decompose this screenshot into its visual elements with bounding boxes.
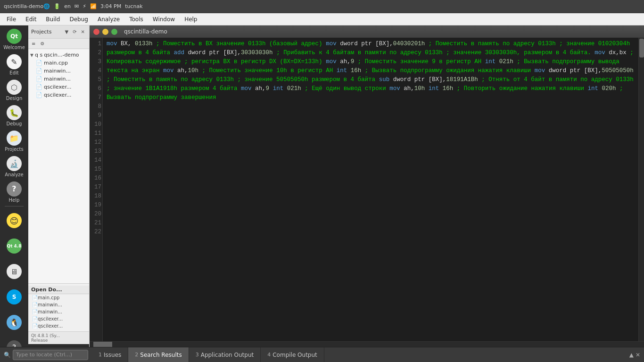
window-title: qscintilla-demo: [124, 28, 167, 35]
sidebar-item-help[interactable]: ? Help: [1, 180, 27, 205]
tree-item-mainwin2[interactable]: 📄 mainwin...: [28, 75, 89, 83]
doc-icon-main: 📄: [36, 60, 42, 66]
open-doc-mainwin1[interactable]: 📄 mainwin...: [28, 301, 89, 308]
sidebar-item-debug[interactable]: 🐛 Debug: [1, 104, 27, 128]
tree-item-main[interactable]: 📄 main.cpp: [28, 59, 89, 67]
qq-icon: 🐧: [7, 315, 22, 330]
ew-titlebar: qscintilla-demo: [90, 25, 644, 38]
menu-help[interactable]: Help: [180, 15, 202, 24]
menu-build[interactable]: Build: [41, 15, 65, 24]
doc-label-main: main.cpp: [44, 60, 68, 66]
edit-icon: ✎: [7, 54, 22, 69]
tab-label-search: Search Results: [140, 352, 182, 358]
doc-icon4: 📄: [32, 316, 38, 321]
smiley-icon: 😊: [7, 213, 22, 228]
projects-sync-btn[interactable]: ⟳: [71, 29, 78, 35]
email-icon: ✉: [74, 3, 79, 9]
help-icon: ?: [7, 181, 22, 197]
sidebar-icons: Qt Welcome ✎ Edit ⬡ Design 🐛 Debug 📁 Pro…: [0, 25, 28, 362]
menu-file[interactable]: File: [2, 15, 21, 24]
settings-btn[interactable]: ⚙: [39, 41, 46, 47]
qt2-icon: Qt 4.8: [7, 239, 22, 254]
tab-num-issues: 1: [99, 352, 102, 358]
sidebar-skype[interactable]: S: [1, 285, 27, 309]
projects-filter-btn[interactable]: ▼: [64, 29, 70, 35]
projects-panel: Projects ▼ ⟳ ✕ ≡ ⚙ ▼ q s qscin...-demo 📄…: [28, 25, 90, 362]
bottom-tab-app-output[interactable]: 3 Application Output: [189, 347, 261, 362]
projects-toolbar: ≡ ⚙: [28, 39, 89, 49]
tree-arrow-root: ▼: [30, 53, 33, 58]
bottom-tab-search[interactable]: 2 Search Results: [128, 347, 189, 362]
locate-icon: 🔍: [4, 352, 11, 358]
tree-item-qsci1[interactable]: 📄 qscilexer...: [28, 83, 89, 91]
open-doc-qsci2[interactable]: 📄 qscilexer...: [28, 322, 89, 329]
sidebar-item-projects[interactable]: 📁 Projects: [1, 129, 27, 154]
win-min-btn[interactable]: [102, 29, 108, 35]
monitor-icon: 🖥: [7, 264, 22, 279]
time-label: 3:04 PM: [100, 3, 121, 9]
project-info: Qt 4.8.1 (Sy... Release: [28, 331, 89, 344]
main-layout: Qt Welcome ✎ Edit ⬡ Design 🐛 Debug 📁 Pro…: [0, 25, 644, 362]
bottom-expand-btn[interactable]: ▲ ✕: [626, 352, 644, 358]
bottom-tab-compile[interactable]: 4 Compile Output: [261, 347, 324, 362]
projects-icon: 📁: [7, 131, 22, 146]
sidebar-qt2[interactable]: Qt 4.8: [1, 234, 27, 258]
project-name: Qt 4.8.1 (Sy...: [31, 333, 86, 338]
user-label: tucnak: [125, 3, 142, 9]
sidebar-label-welcome: Welcome: [3, 45, 25, 50]
sidebar-item-analyze[interactable]: 🔬 Analyze: [1, 155, 27, 179]
design-icon: ⬡: [7, 80, 22, 95]
sidebar-smiley[interactable]: 😊: [1, 208, 27, 233]
tree-item-qsci2[interactable]: 📄 qscilexer...: [28, 91, 89, 99]
doc-label-mainwin2: mainwin...: [44, 76, 71, 82]
win-max-btn[interactable]: [111, 29, 117, 35]
open-doc-qsci1[interactable]: 📄 qscilexer...: [28, 315, 89, 322]
sidebar-monitor[interactable]: 🖥: [1, 259, 27, 284]
bottom-tabs: 1 Issues 2 Search Results 3 Application …: [92, 347, 324, 362]
sidebar-label-edit: Edit: [9, 70, 18, 75]
vertical-scrollbar[interactable]: [638, 38, 644, 341]
tree-item-root[interactable]: ▼ q s qscin...-demo: [28, 51, 89, 59]
bottom-tab-issues[interactable]: 1 Issues: [92, 347, 128, 362]
expand-all-btn[interactable]: ≡: [30, 41, 37, 47]
doc-icon-qsci2: 📄: [36, 92, 42, 98]
code-content[interactable]: mov BX, 0133h ; Поместить в BX значение …: [103, 38, 638, 341]
expand-up-icon: ▲: [629, 352, 634, 358]
editor-window: qscintilla-demo 1 2 3 4 5 6 7 8 9 10 11 …: [90, 25, 644, 347]
doc-icon5: 📄: [32, 323, 38, 329]
open-doc-main[interactable]: 📄 main.cpp: [28, 294, 89, 301]
projects-header: Projects ▼ ⟳ ✕: [28, 25, 89, 39]
search-placeholder: Type to locate (Ctrl...): [16, 352, 72, 358]
sidebar-item-welcome[interactable]: Qt Welcome: [1, 27, 27, 52]
menu-window[interactable]: Window: [148, 15, 180, 24]
tab-label-compile: Compile Output: [272, 352, 317, 358]
doc-icon3: 📄: [32, 309, 38, 314]
open-doc-mainwin2[interactable]: 📄 mainwin...: [28, 308, 89, 315]
titlebar-right: 🌐 🔋 en ✉ ⚡ 📶 3:04 PM tucnak: [43, 3, 142, 9]
tab-label-app: Application Output: [201, 352, 254, 358]
bottom-panel: 🔍 Type to locate (Ctrl...) 1 Issues 2 Se…: [0, 347, 644, 362]
win-close-btn[interactable]: [93, 29, 99, 35]
project-root-label: q s: [35, 52, 42, 58]
sidebar-qq[interactable]: 🐧: [1, 310, 27, 335]
menu-tools[interactable]: Tools: [124, 15, 148, 24]
line-numbers: 1 2 3 4 5 6 7 8 9 10 11 12 13 14 15 16 1: [90, 38, 103, 341]
open-docs-panel: Open Do... 📄 main.cpp 📄 mainwin... 📄 mai…: [28, 283, 89, 331]
titlebar: qscintilla-demo 🌐 🔋 en ✉ ⚡ 📶 3:04 PM tuc…: [0, 0, 644, 13]
search-box[interactable]: Type to locate (Ctrl...): [13, 350, 88, 360]
doc-label-qsci2: qscilexer...: [44, 92, 71, 98]
menu-edit[interactable]: Edit: [21, 15, 41, 24]
tab-num-search: 2: [135, 352, 138, 358]
doc-icon-qsci1: 📄: [36, 84, 42, 90]
bluetooth-icon: ⚡: [83, 3, 86, 9]
projects-close-btn[interactable]: ✕: [80, 29, 86, 35]
sidebar-item-design[interactable]: ⬡ Design: [1, 78, 27, 103]
sidebar-item-edit[interactable]: ✎ Edit: [1, 53, 27, 77]
menu-debug[interactable]: Debug: [65, 15, 92, 24]
horizontal-scrollbar[interactable]: [90, 341, 644, 347]
menu-analyze[interactable]: Analyze: [93, 15, 124, 24]
doc-icon-mainwin2: 📄: [36, 76, 42, 82]
doc-icon-mainwin1: 📄: [36, 68, 42, 74]
tab-num-compile: 4: [267, 352, 271, 358]
tree-item-mainwin1[interactable]: 📄 mainwin...: [28, 67, 89, 75]
